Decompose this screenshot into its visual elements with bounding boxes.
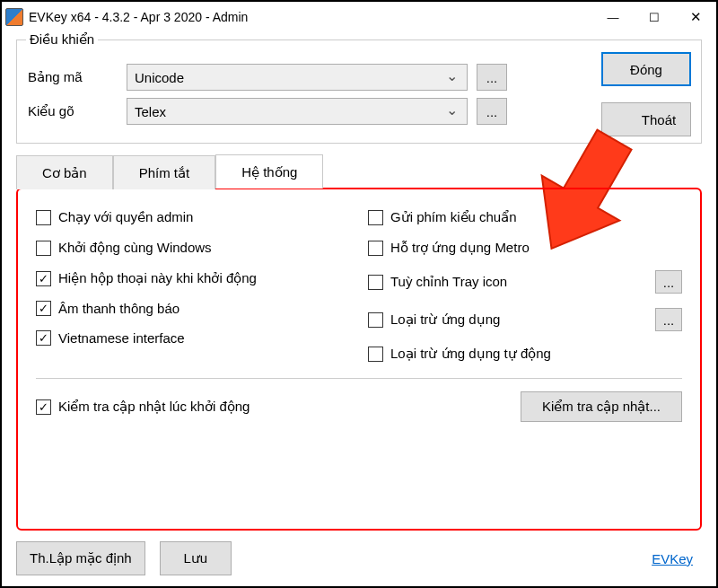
checkbox-icon [36,271,51,286]
save-button[interactable]: Lưu [160,541,232,575]
close-button[interactable]: Đóng [601,52,691,86]
separator [36,378,682,379]
checkbox-icon [368,312,383,328]
tab-hotkey[interactable]: Phím tắt [113,155,216,189]
check-exclude-app[interactable]: Loại trừ ứng dụng ... [368,308,682,331]
encoding-value: Unicode [135,70,184,85]
checkbox-icon [36,210,51,225]
footer: Th.Lập mặc định Lưu EVKey [16,531,702,575]
check-start-windows[interactable]: Khởi động cùng Windows [36,240,350,256]
check-run-admin[interactable]: Chạy với quyền admin [36,209,350,225]
exclude-options-button[interactable]: ... [655,308,682,331]
window-title: EVKey x64 - 4.3.2 - Apr 3 2020 - Admin [29,10,248,24]
check-sound[interactable]: Âm thanh thông báo [36,301,350,316]
exit-button[interactable]: Thoát [601,102,691,136]
check-metro[interactable]: Hỗ trợ ứng dụng Metro [368,240,682,256]
input-value: Telex [135,104,166,119]
encoding-more-button[interactable]: ... [477,64,507,91]
checkbox-icon [368,275,383,290]
control-groupbox: Điều khiển Bảng mã Unicode ... Kiểu gõ T… [16,39,702,144]
checkbox-icon [368,210,383,225]
left-check-column: Chạy với quyền admin Khởi động cùng Wind… [36,209,350,362]
check-vietnamese-interface[interactable]: Vietnamese interface [36,330,350,346]
right-check-column: Gửi phím kiểu chuẩn Hỗ trợ ứng dụng Metr… [368,209,682,362]
tray-options-button[interactable]: ... [655,270,682,294]
checkbox-icon [368,241,383,256]
system-tab-panel: Chạy với quyền admin Khởi động cùng Wind… [16,188,702,531]
encoding-combo[interactable]: Unicode [127,64,468,91]
update-row: Kiểm tra cập nhật lúc khởi động Kiểm tra… [36,391,682,422]
tab-system[interactable]: Hệ thống [215,154,323,189]
window-body: Điều khiển Bảng mã Unicode ... Kiểu gõ T… [2,32,716,586]
input-row: Kiểu gõ Telex ... [28,98,557,125]
side-button-column: Đóng Thoát [601,52,691,136]
encoding-label: Bảng mã [28,69,127,85]
check-show-dialog[interactable]: Hiện hộp thoại này khi khởi động [36,270,350,286]
tab-basic[interactable]: Cơ bản [16,155,113,189]
input-combo[interactable]: Telex [127,98,468,125]
checkbox-icon [36,399,51,415]
app-icon [5,8,23,26]
app-window: EVKey x64 - 4.3.2 - Apr 3 2020 - Admin —… [0,0,718,588]
check-exclude-auto[interactable]: Loại trừ ứng dụng tự động [368,346,682,362]
checkbox-icon [368,347,383,362]
check-send-standard[interactable]: Gửi phím kiểu chuẩn [368,209,682,225]
checkbox-icon [36,241,51,256]
checkbox-icon [36,330,51,346]
check-update-on-start[interactable]: Kiểm tra cập nhật lúc khởi động [36,399,485,415]
input-label: Kiểu gõ [28,103,127,119]
defaults-button[interactable]: Th.Lập mặc định [16,541,145,575]
maximize-button[interactable]: ☐ [634,4,675,31]
check-update-button[interactable]: Kiểm tra cập nhật... [521,391,682,422]
check-tray-icon[interactable]: Tuỳ chỉnh Tray icon ... [368,270,682,294]
close-window-button[interactable]: ✕ [675,4,716,31]
evkey-link[interactable]: EVKey [652,551,702,566]
title-bar: EVKey x64 - 4.3.2 - Apr 3 2020 - Admin —… [2,2,716,32]
tab-strip: Cơ bản Phím tắt Hệ thống [16,154,702,189]
control-legend: Điều khiển [26,31,98,48]
input-more-button[interactable]: ... [477,98,507,125]
encoding-row: Bảng mã Unicode ... [28,64,557,91]
checkbox-icon [36,301,51,316]
minimize-button[interactable]: — [592,4,634,31]
